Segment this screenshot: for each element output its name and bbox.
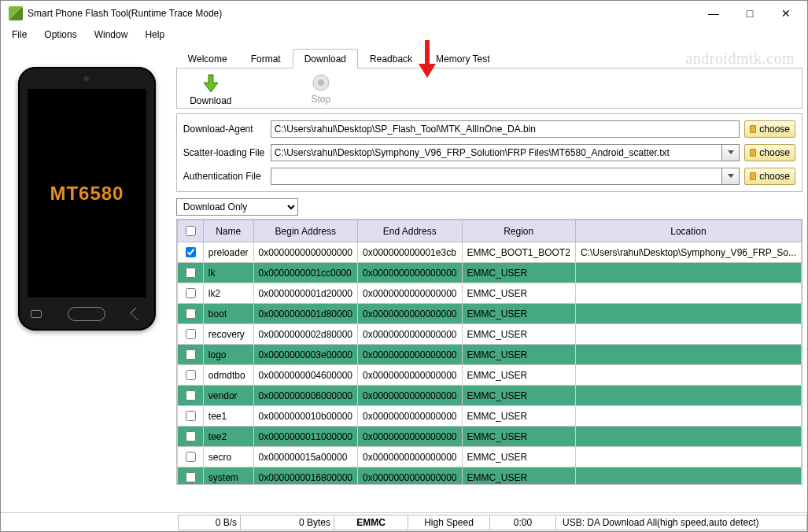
cell-region: EMMC_USER (462, 324, 575, 345)
menu-file[interactable]: File (4, 28, 35, 42)
toolbar: Download Stop (176, 68, 802, 109)
cell-location (575, 365, 801, 386)
row-checkbox[interactable] (186, 431, 196, 441)
table-row[interactable]: preloader0x00000000000000000x00000000000… (177, 242, 801, 263)
tab-format[interactable]: Format (239, 49, 293, 68)
cell-end: 0x0000000000000000 (358, 345, 462, 365)
status-bytes: 0 Bytes (240, 515, 334, 530)
annotation-arrow (415, 40, 439, 79)
header-checkbox[interactable] (177, 220, 203, 242)
row-checkbox[interactable] (186, 411, 196, 421)
header-begin[interactable]: Begin Address (253, 220, 357, 242)
status-speed: 0 B/s (178, 515, 241, 530)
folder-icon (750, 125, 756, 133)
row-checkbox[interactable] (186, 370, 196, 380)
auth-dropdown-button[interactable] (722, 168, 740, 185)
download-mode-select[interactable]: Download Only (176, 198, 298, 216)
cell-end: 0x0000000000000000 (358, 283, 462, 304)
svg-marker-0 (419, 40, 436, 78)
table-row[interactable]: recovery0x0000000002d800000x000000000000… (177, 324, 801, 345)
cell-end: 0x0000000000000000 (358, 406, 462, 427)
maximize-button[interactable]: □ (732, 2, 768, 25)
row-checkbox[interactable] (186, 308, 196, 319)
cell-end: 0x000000000001e3cb (358, 242, 462, 263)
tab-welcome[interactable]: Welcome (176, 49, 239, 68)
menu-help[interactable]: Help (137, 28, 172, 42)
cell-end: 0x0000000000000000 (358, 324, 462, 345)
table-row[interactable]: secro0x000000015a000000x0000000000000000… (177, 447, 801, 467)
da-label: Download-Agent (183, 124, 266, 135)
cell-location (575, 386, 801, 406)
row-checkbox[interactable] (186, 472, 196, 482)
row-checkbox[interactable] (186, 349, 196, 360)
minimize-button[interactable]: — (695, 2, 732, 25)
auth-input[interactable] (271, 168, 722, 185)
menu-window[interactable]: Window (87, 28, 136, 42)
cell-end: 0x0000000000000000 (358, 304, 462, 324)
stop-button[interactable]: Stop (293, 73, 349, 106)
table-row[interactable]: vendor0x00000000060000000x00000000000000… (177, 386, 801, 406)
table-row[interactable]: boot0x0000000001d800000x0000000000000000… (177, 304, 801, 324)
cell-region: EMMC_USER (462, 386, 575, 406)
cell-name: secro (203, 447, 253, 467)
cell-name: lk (203, 263, 253, 283)
cell-begin: 0x0000000016800000 (253, 467, 357, 485)
table-row[interactable]: system0x00000000168000000x00000000000000… (177, 467, 801, 485)
cell-name: tee2 (203, 427, 253, 447)
header-region[interactable]: Region (462, 220, 575, 242)
cell-begin: 0x0000000001d80000 (253, 304, 357, 324)
scatter-choose-button[interactable]: choose (744, 144, 795, 161)
header-location[interactable]: Location (575, 220, 801, 242)
row-checkbox[interactable] (186, 288, 196, 298)
row-checkbox[interactable] (186, 247, 196, 257)
cell-location (575, 406, 801, 427)
table-row[interactable]: tee10x0000000010b000000x0000000000000000… (177, 406, 801, 427)
auth-choose-button[interactable]: choose (744, 168, 795, 185)
cell-region: EMMC_USER (462, 447, 575, 467)
table-row[interactable]: tee20x00000000110000000x0000000000000000… (177, 427, 801, 447)
row-checkbox[interactable] (186, 329, 196, 339)
tab-download[interactable]: Download (293, 49, 358, 68)
table-row[interactable]: odmdtbo0x00000000046000000x0000000000000… (177, 365, 801, 386)
download-arrow-icon (201, 73, 221, 94)
row-checkbox[interactable] (186, 452, 196, 462)
scatter-input[interactable] (271, 144, 722, 161)
download-button[interactable]: Download (183, 73, 238, 106)
menubar: File Options Window Help (1, 26, 807, 43)
table-row[interactable]: lk20x0000000001d200000x0000000000000000E… (177, 283, 801, 304)
row-checkbox[interactable] (186, 390, 196, 401)
cell-name: tee1 (203, 406, 253, 427)
header-end[interactable]: End Address (358, 220, 462, 242)
scatter-label: Scatter-loading File (183, 147, 266, 158)
header-name[interactable]: Name (203, 220, 253, 242)
cell-begin: 0x0000000001cc0000 (253, 263, 357, 283)
cell-name: system (203, 467, 253, 485)
da-choose-button[interactable]: choose (744, 120, 795, 138)
scatter-dropdown-button[interactable] (722, 144, 740, 161)
tab-readback[interactable]: Readback (358, 49, 424, 68)
cell-begin: 0x0000000003e00000 (253, 345, 357, 365)
cell-begin: 0x0000000010b00000 (253, 406, 357, 427)
cell-end: 0x0000000000000000 (358, 365, 462, 386)
cell-location (575, 447, 801, 467)
menu-options[interactable]: Options (36, 28, 84, 42)
cell-region: EMMC_BOOT1_BOOT2 (462, 242, 575, 263)
da-input[interactable] (271, 120, 740, 138)
cell-region: EMMC_USER (462, 283, 575, 304)
file-settings-box: Download-Agent choose Scatter-loading Fi… (176, 113, 802, 192)
cell-region: EMMC_USER (462, 304, 575, 324)
svg-marker-1 (204, 75, 218, 92)
table-row[interactable]: lk0x0000000001cc00000x0000000000000000EM… (177, 263, 801, 283)
cell-location (575, 263, 801, 283)
cell-location (575, 345, 801, 365)
partition-table: Name Begin Address End Address Region Lo… (177, 220, 802, 484)
cell-name: vendor (203, 386, 253, 406)
table-row[interactable]: logo0x0000000003e000000x0000000000000000… (177, 345, 801, 365)
status-mode: High Speed (408, 515, 490, 530)
close-button[interactable]: ✕ (768, 2, 804, 25)
cell-begin: 0x000000015a00000 (253, 447, 357, 467)
cell-location (575, 283, 801, 304)
row-checkbox[interactable] (186, 268, 196, 278)
cell-region: EMMC_USER (462, 263, 575, 283)
cell-begin: 0x0000000011000000 (253, 427, 357, 447)
